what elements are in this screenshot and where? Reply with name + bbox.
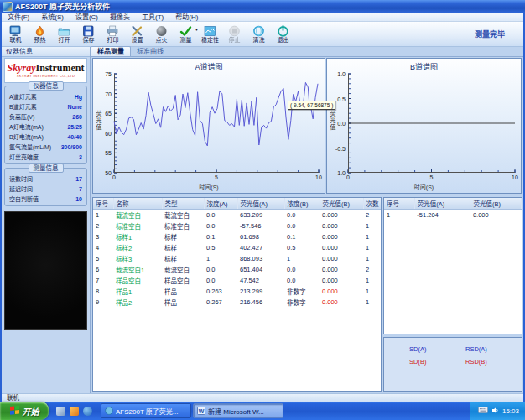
toolbar-button-ignite[interactable]: 点火 bbox=[149, 23, 174, 46]
taskbar-window-2[interactable]: W新建 Microsoft W... bbox=[193, 403, 283, 418]
toolbar-button-label: 停止 bbox=[229, 37, 241, 44]
toolbar-button-print[interactable]: 打印 bbox=[101, 23, 125, 46]
title-bar[interactable]: AFS200T 原子荧光分析软件 bbox=[0, 0, 525, 13]
tables-row: 序号名称类型浓度(A)荧光值(A)浓度(B)荧光值(B)次数 1载流空白载流空白… bbox=[91, 197, 523, 392]
toolbar-button-open[interactable]: 打开 bbox=[52, 23, 76, 46]
results-row[interactable]: 2标准空白标准空白0.0-57.5460.00.0001 bbox=[93, 220, 382, 231]
x-tick-label: 0 bbox=[346, 174, 350, 180]
results-column-header[interactable]: 类型 bbox=[162, 198, 204, 210]
toolbar-button-label: 保存 bbox=[83, 37, 95, 44]
results-cell: 0.000 bbox=[320, 297, 363, 308]
menu-item-1[interactable]: 文件(F) bbox=[2, 13, 35, 22]
field-label: B灯电流(mA) bbox=[9, 132, 44, 141]
toolbar-button-connect[interactable]: 联机 bbox=[3, 23, 28, 46]
results-row[interactable]: 4标样2标样0.5402.4270.50.0001 bbox=[93, 242, 382, 253]
show-desktop-icon[interactable] bbox=[56, 407, 65, 416]
toolbar-button-exit[interactable]: 退出 bbox=[271, 23, 295, 46]
field-value: None bbox=[68, 104, 83, 110]
info-field: 氩气流量(mL/M)300/900 bbox=[5, 142, 86, 152]
results-cell: 7 bbox=[93, 275, 113, 286]
results-cell: 1 bbox=[93, 210, 113, 221]
results-column-header[interactable]: 浓度(A) bbox=[204, 198, 237, 210]
menu-item-2[interactable]: 系统(S) bbox=[35, 13, 70, 22]
results-cell: 402.427 bbox=[237, 242, 284, 253]
results-row[interactable]: 3标样1标样0.161.6980.10.0001 bbox=[93, 231, 382, 242]
detail-column-header[interactable]: 荧光值(A) bbox=[414, 198, 470, 210]
results-row[interactable]: 7样品空白样品空白0.047.5420.00.0001 bbox=[93, 275, 382, 286]
results-cell: 2 bbox=[363, 264, 382, 275]
detail-cell: 1 bbox=[384, 210, 414, 221]
app-window: AFS200T 原子荧光分析软件 文件(F)系统(S)设置(C)摄像头工具(T)… bbox=[0, 0, 525, 420]
status-text: 联机 bbox=[7, 394, 19, 402]
stability-chart-icon bbox=[204, 25, 216, 37]
quick-launch bbox=[49, 402, 100, 420]
detail-column-header[interactable]: 序号 bbox=[384, 198, 414, 210]
results-cell: 61.698 bbox=[237, 231, 284, 242]
tab-standard-curve[interactable]: 标准曲线 bbox=[131, 47, 169, 56]
word-doc-icon: W bbox=[197, 407, 205, 415]
results-cell: 0.000 bbox=[320, 275, 363, 286]
start-button[interactable]: 开始 bbox=[0, 402, 49, 420]
menu-item-6[interactable]: 帮助(H) bbox=[169, 13, 204, 22]
tab-sample-measure[interactable]: 样品测量 bbox=[91, 46, 131, 56]
instrument-group-title: 仪器信息 bbox=[29, 81, 64, 91]
results-cell: 0.000 bbox=[320, 264, 363, 275]
menu-item-5[interactable]: 工具(T) bbox=[136, 13, 169, 22]
field-label: A灯电流(mA) bbox=[9, 122, 44, 131]
menu-item-3[interactable]: 设置(C) bbox=[70, 13, 104, 22]
taskbar-window-1[interactable]: AFS200T 原子荧光... bbox=[101, 403, 191, 418]
field-label: B道灯元素 bbox=[9, 102, 37, 111]
results-column-header[interactable]: 序号 bbox=[93, 198, 113, 210]
results-cell: 1 bbox=[363, 275, 382, 286]
keyboard-icon[interactable] bbox=[478, 407, 488, 415]
toolbar-button-clean[interactable]: 清洗 bbox=[247, 23, 271, 46]
results-cell: 0.000 bbox=[320, 253, 363, 264]
results-cell: 3 bbox=[93, 231, 113, 242]
results-column-header[interactable]: 荧光值(A) bbox=[237, 198, 284, 210]
ie-icon[interactable] bbox=[83, 407, 92, 416]
results-row[interactable]: 9样品2样品0.267216.456非数字0.0001 bbox=[93, 297, 382, 308]
tray-clock[interactable]: 15:03 bbox=[502, 407, 519, 415]
chart-a-plot[interactable]: 5055606570750510 bbox=[114, 74, 319, 173]
info-field: A灯电流(mA)25/25 bbox=[5, 122, 86, 132]
window-border-left bbox=[0, 13, 2, 402]
toolbar-button-save[interactable]: 保存 bbox=[76, 23, 101, 46]
results-cell: 载流空白 bbox=[162, 264, 204, 275]
monitor-icon bbox=[9, 25, 22, 37]
field-value: 300/900 bbox=[61, 144, 82, 150]
detail-row[interactable]: 1-51.2040.000 bbox=[384, 210, 522, 221]
detail-column-header[interactable]: 荧光值(B) bbox=[470, 198, 522, 210]
results-cell: 47.542 bbox=[237, 275, 284, 286]
info-field: B道灯元素None bbox=[5, 101, 86, 111]
results-cell: 非数字 bbox=[284, 297, 320, 308]
taskbar-window-label: AFS200T 原子荧光... bbox=[116, 407, 179, 416]
field-value: 7 bbox=[79, 186, 82, 192]
media-player-icon[interactable] bbox=[70, 407, 79, 416]
toolbar-button-preheat[interactable]: 预热 bbox=[28, 23, 52, 46]
results-cell: 载流空白 bbox=[113, 210, 162, 221]
toolbar-button-settings[interactable]: 设置 bbox=[125, 23, 149, 46]
results-column-header[interactable]: 浓度(B) bbox=[284, 198, 320, 210]
field-label: 延迟时间 bbox=[9, 184, 33, 193]
results-cell: 标样2 bbox=[113, 242, 162, 253]
results-row[interactable]: 6载流空白1载流空白0.0651.4040.00.0002 bbox=[93, 264, 382, 275]
results-cell: 4 bbox=[93, 242, 113, 253]
results-row[interactable]: 5标样3标样1868.09310.0001 bbox=[93, 253, 382, 264]
volume-icon[interactable] bbox=[491, 407, 499, 416]
chart-b-plot[interactable]: -1.0-0.50.00.51.00510 bbox=[348, 74, 515, 173]
results-cell: 651.404 bbox=[237, 264, 284, 275]
results-row[interactable]: 1载流空白载流空白0.0633.2090.00.0002 bbox=[93, 210, 382, 221]
results-column-header[interactable]: 名称 bbox=[113, 198, 162, 210]
x-tick-label: 5 bbox=[215, 174, 218, 180]
results-row[interactable]: 8样品1样品0.263213.299非数字0.0001 bbox=[93, 286, 382, 297]
windows-flag-icon bbox=[10, 406, 20, 417]
toolbar-button-stability[interactable]: 稳定性 bbox=[198, 23, 222, 46]
menu-item-4[interactable]: 摄像头 bbox=[104, 13, 136, 22]
info-field: 延迟时间7 bbox=[5, 184, 86, 194]
results-column-header[interactable]: 次数 bbox=[363, 198, 382, 210]
results-column-header[interactable]: 荧光值(B) bbox=[320, 198, 363, 210]
y-tick-label: 0.5 bbox=[337, 96, 346, 101]
results-cell: 载流空白 bbox=[162, 210, 204, 221]
toolbar-button-measure[interactable]: ▼测量 bbox=[174, 23, 198, 46]
results-cell: 2 bbox=[93, 220, 113, 231]
